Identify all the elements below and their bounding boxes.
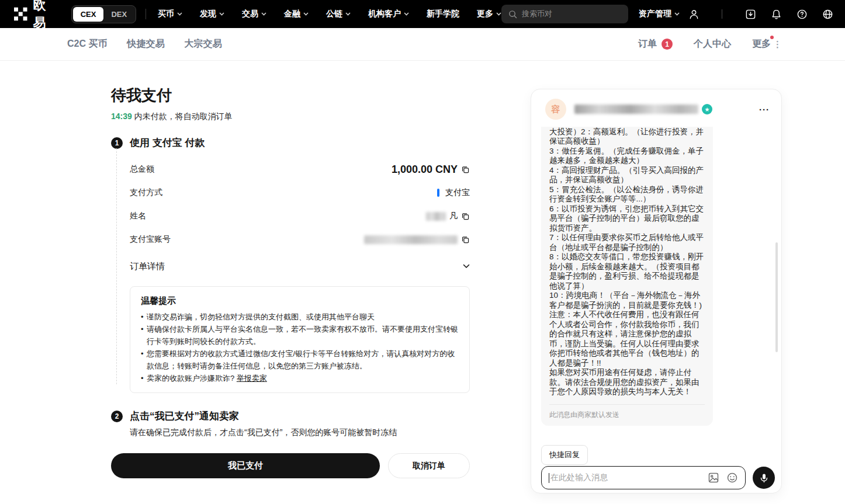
logo-text: 欧易 <box>33 0 58 32</box>
download-app-icon[interactable] <box>744 8 756 20</box>
step2-number: 2 <box>111 411 123 422</box>
report-seller-link[interactable]: 举报卖家 <box>237 374 267 383</box>
countdown-text: 14:39 内未付款，将自动取消订单 <box>111 112 470 122</box>
okx-logo[interactable]: 欧易 <box>14 0 58 32</box>
warm-tips-title: 温馨提示 <box>141 296 459 307</box>
step-connector-line <box>116 148 117 384</box>
tab-c2c-buy[interactable]: C2C 买币 <box>67 38 107 50</box>
nav-institutions[interactable]: 机构客户 <box>368 9 409 19</box>
text-caret <box>549 473 549 483</box>
notification-dot <box>770 36 774 39</box>
emoji-icon[interactable] <box>726 472 738 484</box>
payee-name-label: 姓名 <box>130 211 146 221</box>
payment-method-value: 支付宝 <box>445 187 470 198</box>
topbar-icons <box>688 8 833 20</box>
tab-express-trade[interactable]: 快捷交易 <box>127 38 164 50</box>
total-amount-value: 1,000.00 CNY <box>392 164 458 176</box>
total-amount-row: 总金额 1,000.00 CNY <box>130 158 470 181</box>
okx-logo-icon <box>14 7 27 21</box>
copy-icon[interactable] <box>461 165 470 174</box>
warm-tip-item: 请确保付款卡所属人与平台实名信息一致，若不一致卖家有权不放币。请不要使用支付宝转… <box>141 323 459 347</box>
chat-message-area[interactable]: 骗：1：兼职返佣。（先让你赚小钱，诱导加大投资）2：高额返利。（让你进行投资，并… <box>531 127 775 446</box>
nav-more[interactable]: 更多 <box>477 9 501 19</box>
chevron-down-icon <box>496 12 501 16</box>
chevron-down-icon <box>404 12 409 16</box>
search-input[interactable]: 搜索币对 <box>501 5 628 23</box>
merchant-chat-panel: 容 ★ ··· 骗：1：兼职返佣。（先让你赚小钱，诱导加大投资）2：高额返利。（… <box>531 89 782 493</box>
primary-nav: 买币 发现 交易 金融 公链 机构客户 新手学院 更多 <box>158 9 501 19</box>
secondary-navigation-bar: C2C 买币 快捷交易 大宗交易 订单 1 个人中心 更多 ⋮ <box>0 28 845 61</box>
action-buttons: 我已支付 取消订单 <box>111 453 470 478</box>
subnav-right: 订单 1 个人中心 更多 ⋮ <box>638 38 782 50</box>
nav-discover[interactable]: 发现 <box>200 9 224 19</box>
alipay-icon <box>437 189 439 197</box>
step2-title: 点击“我已支付”通知卖家 <box>130 409 239 423</box>
cancel-order-button[interactable]: 取消订单 <box>388 453 470 478</box>
nav-buy-crypto[interactable]: 买币 <box>158 9 182 19</box>
profile-center-link[interactable]: 个人中心 <box>694 38 731 50</box>
topbar-divider <box>146 9 146 19</box>
step1-title: 使用 支付宝 付款 <box>130 136 205 150</box>
chevron-down-icon <box>219 12 224 16</box>
chat-header: 容 ★ ··· <box>531 89 781 126</box>
alipay-account-label: 支付宝账号 <box>130 234 171 245</box>
warm-tip-item: 您需要根据对方的收款方式通过微信/支付宝/银行卡等平台转账给对方，请认真核对对方… <box>141 347 459 372</box>
auto-message-note: 此消息由商家默认发送 <box>549 405 705 420</box>
payee-name-row: 姓名 凡 <box>130 204 470 228</box>
chevron-down-icon <box>463 264 470 269</box>
step2-subtitle: 请在确保已完成付款后，才点击“我已支付”，否则您的账号可能被暂时冻结 <box>130 427 470 438</box>
warm-tips-box: 温馨提示 谨防交易诈骗，切勿轻信对方提供的支付截图、或使用其他平台聊天 请确保付… <box>130 286 470 393</box>
merchant-message-bubble: 骗：1：兼职返佣。（先让你赚小钱，诱导加大投资）2：高额返利。（让你进行投资，并… <box>541 127 713 426</box>
step1-header: 1 使用 支付宝 付款 <box>111 136 470 150</box>
c2c-tabs: C2C 买币 快捷交易 大宗交易 <box>67 38 221 50</box>
nav-finance[interactable]: 金融 <box>284 9 309 19</box>
payment-method-label: 支付方式 <box>130 187 162 198</box>
warm-tip-item: 卖家的收款账户涉嫌欺诈? 举报卖家 <box>141 372 459 384</box>
countdown-timer: 14:39 <box>111 112 132 121</box>
report-question: 卖家的收款账户涉嫌欺诈? <box>147 374 237 383</box>
chat-scrollbar[interactable] <box>775 242 778 352</box>
payment-detail-rows: 总金额 1,000.00 CNY 支付方式 支付宝 姓名 凡 支付宝账号 <box>130 158 470 279</box>
chat-input-row: 在此处输入消息 <box>541 466 775 489</box>
payment-method-row: 支付方式 支付宝 <box>130 181 470 204</box>
nav-trade[interactable]: 交易 <box>242 9 266 19</box>
subnav-more-link[interactable]: 更多 ⋮ <box>752 38 782 50</box>
nav-academy[interactable]: 新手学院 <box>427 9 459 19</box>
merchant-name-masked <box>574 105 698 114</box>
search-placeholder: 搜索币对 <box>522 9 552 19</box>
toggle-dex[interactable]: DEX <box>103 7 134 22</box>
merchant-avatar: 容 <box>545 99 566 120</box>
toggle-cex[interactable]: CEX <box>73 7 104 22</box>
alipay-account-masked <box>364 235 458 244</box>
assets-menu[interactable]: 资产管理 <box>639 9 680 19</box>
step2-section: 2 点击“我已支付”通知卖家 请在确保已完成付款后，才点击“我已支付”，否则您的… <box>111 409 470 438</box>
notifications-bell-icon[interactable] <box>770 8 782 20</box>
warm-tip-item: 谨防交易诈骗，切勿轻信对方提供的支付截图、或使用其他平台聊天 <box>141 311 459 323</box>
top-navigation-bar: 欧易 CEX DEX 买币 发现 交易 金融 公链 机构客户 新手学院 更多 搜… <box>0 0 845 28</box>
orders-link[interactable]: 订单 1 <box>638 38 673 50</box>
voice-message-button[interactable] <box>753 467 775 489</box>
chevron-down-icon <box>345 12 351 16</box>
copy-icon[interactable] <box>461 235 470 244</box>
order-details-label: 订单详情 <box>130 261 165 272</box>
verified-badge-icon: ★ <box>702 104 712 114</box>
language-globe-icon[interactable] <box>822 8 833 20</box>
help-icon[interactable] <box>796 8 808 20</box>
tab-block-trade[interactable]: 大宗交易 <box>184 38 221 50</box>
i-have-paid-button[interactable]: 我已支付 <box>111 453 380 478</box>
chat-menu-button[interactable]: ··· <box>759 105 770 114</box>
nav-chain[interactable]: 公链 <box>326 9 351 19</box>
attach-image-icon[interactable] <box>708 472 719 484</box>
order-details-toggle[interactable]: 订单详情 <box>130 253 470 279</box>
profile-icon[interactable] <box>688 8 699 20</box>
message-input[interactable]: 在此处输入消息 <box>541 466 746 489</box>
topbar-divider <box>722 9 722 19</box>
message-input-placeholder: 在此处输入消息 <box>550 472 701 483</box>
quick-reply-button[interactable]: 快捷回复 <box>541 445 588 465</box>
copy-icon[interactable] <box>461 212 470 221</box>
page-title: 待我支付 <box>111 85 470 106</box>
warm-tips-list: 谨防交易诈骗，切勿轻信对方提供的支付截图、或使用其他平台聊天 请确保付款卡所属人… <box>141 311 459 384</box>
order-payment-panel: 待我支付 14:39 内未付款，将自动取消订单 1 使用 支付宝 付款 总金额 … <box>111 61 470 478</box>
cex-dex-toggle[interactable]: CEX DEX <box>71 5 136 23</box>
payee-name-masked <box>426 212 446 221</box>
